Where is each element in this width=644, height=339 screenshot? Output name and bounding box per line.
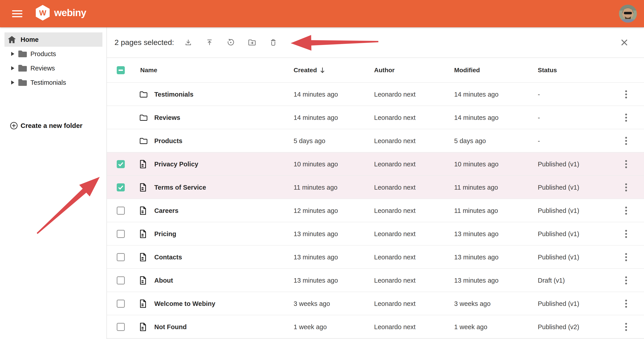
row-created: 13 minutes ago bbox=[294, 222, 338, 246]
check-icon bbox=[118, 162, 124, 166]
row-author: Leonardo next bbox=[374, 152, 416, 176]
row-checkbox[interactable] bbox=[117, 246, 128, 269]
restore-button[interactable] bbox=[226, 38, 235, 47]
check-icon bbox=[118, 185, 124, 190]
row-document-icon bbox=[140, 292, 152, 315]
close-icon bbox=[620, 38, 629, 47]
sidebar-item-label: Reviews bbox=[30, 64, 55, 72]
column-header-status[interactable]: Status bbox=[538, 58, 557, 82]
table-row[interactable]: Welcome to Webiny3 weeks agoLeonardo nex… bbox=[107, 292, 644, 315]
row-actions-menu-button[interactable] bbox=[621, 269, 632, 292]
download-button[interactable] bbox=[184, 38, 193, 47]
folder-icon bbox=[18, 50, 27, 58]
hamburger-menu-icon[interactable] bbox=[12, 8, 23, 19]
row-checkbox[interactable] bbox=[117, 176, 128, 199]
table-row[interactable]: Pricing13 minutes agoLeonardo next13 min… bbox=[107, 222, 644, 245]
column-header-name[interactable]: Name bbox=[140, 58, 157, 82]
row-author: Leonardo next bbox=[374, 199, 416, 222]
row-modified: 5 days ago bbox=[454, 129, 486, 152]
folder-icon bbox=[140, 91, 148, 98]
close-selection-button[interactable] bbox=[620, 38, 629, 47]
chevron-right-icon[interactable] bbox=[11, 80, 14, 84]
row-folder-icon bbox=[140, 83, 152, 106]
row-status: Published (v1) bbox=[538, 199, 579, 222]
download-icon bbox=[184, 38, 193, 47]
table-row[interactable]: Careers12 minutes agoLeonardo next11 min… bbox=[107, 198, 644, 222]
row-document-icon bbox=[140, 199, 152, 222]
row-modified: 10 minutes ago bbox=[454, 152, 498, 176]
table-row[interactable]: Terms of Service11 minutes agoLeonardo n… bbox=[107, 175, 644, 198]
row-author: Leonardo next bbox=[374, 176, 416, 199]
row-actions-menu-button[interactable] bbox=[621, 199, 632, 222]
user-avatar[interactable] bbox=[619, 5, 637, 22]
table-row[interactable]: Contacts13 minutes agoLeonardo next13 mi… bbox=[107, 245, 644, 268]
row-checkbox bbox=[117, 106, 128, 129]
table-header-row: Name Created Author Modified Status bbox=[107, 58, 644, 82]
column-header-created[interactable]: Created bbox=[294, 58, 325, 82]
row-author: Leonardo next bbox=[374, 246, 416, 269]
row-author: Leonardo next bbox=[374, 83, 416, 106]
top-app-bar: W webiny bbox=[0, 0, 644, 27]
row-actions-menu-button[interactable] bbox=[621, 106, 632, 129]
document-icon bbox=[140, 253, 146, 262]
chevron-right-icon[interactable] bbox=[11, 66, 14, 70]
move-to-folder-button[interactable] bbox=[248, 38, 256, 47]
table-row[interactable]: Testimonials14 minutes agoLeonardo next1… bbox=[107, 82, 644, 106]
sidebar-item-label: Testimonials bbox=[30, 79, 66, 86]
row-name: Terms of Service bbox=[154, 176, 206, 199]
sidebar-item-reviews[interactable]: Reviews bbox=[0, 61, 107, 75]
sidebar-item-testimonials[interactable]: Testimonials bbox=[0, 75, 107, 90]
kebab-menu-icon bbox=[625, 276, 627, 284]
row-actions-menu-button[interactable] bbox=[621, 176, 632, 199]
row-modified: 13 minutes ago bbox=[454, 269, 498, 292]
row-actions-menu-button[interactable] bbox=[621, 246, 632, 269]
row-actions-menu-button[interactable] bbox=[621, 315, 632, 338]
table-row[interactable]: Privacy Policy10 minutes agoLeonardo nex… bbox=[107, 152, 644, 175]
row-status: - bbox=[538, 106, 540, 129]
column-header-author[interactable]: Author bbox=[374, 58, 395, 82]
create-new-folder-button[interactable]: Create a new folder bbox=[10, 118, 82, 133]
row-status: Published (v2) bbox=[538, 315, 579, 338]
row-actions-menu-button[interactable] bbox=[621, 152, 632, 176]
delete-button[interactable] bbox=[269, 38, 278, 47]
row-name: Not Found bbox=[154, 315, 187, 338]
row-status: Published (v1) bbox=[538, 222, 579, 246]
row-checkbox[interactable] bbox=[117, 292, 128, 315]
chevron-right-icon[interactable] bbox=[11, 52, 14, 56]
row-name: Careers bbox=[154, 199, 178, 222]
kebab-menu-icon bbox=[625, 300, 627, 308]
table-row[interactable]: Products5 days agoLeonardo next5 days ag… bbox=[107, 129, 644, 152]
row-actions-menu-button[interactable] bbox=[621, 129, 632, 152]
sidebar-item-products[interactable]: Products bbox=[0, 47, 107, 61]
row-status: - bbox=[538, 129, 540, 152]
row-created: 13 minutes ago bbox=[294, 246, 338, 269]
row-document-icon bbox=[140, 152, 152, 176]
document-icon bbox=[140, 206, 146, 215]
row-created: 13 minutes ago bbox=[294, 269, 338, 292]
table-row[interactable]: About13 minutes agoLeonardo next13 minut… bbox=[107, 268, 644, 292]
publish-button[interactable] bbox=[205, 38, 214, 47]
row-author: Leonardo next bbox=[374, 269, 416, 292]
row-status: Published (v1) bbox=[538, 176, 579, 199]
row-checkbox[interactable] bbox=[117, 222, 128, 246]
row-actions-menu-button[interactable] bbox=[621, 222, 632, 246]
row-created: 11 minutes ago bbox=[294, 176, 338, 199]
table-row[interactable]: Not Found1 week agoLeonardo next1 week a… bbox=[107, 315, 644, 338]
row-checkbox[interactable] bbox=[117, 315, 128, 338]
row-created: 3 weeks ago bbox=[294, 292, 330, 315]
row-author: Leonardo next bbox=[374, 222, 416, 246]
row-modified: 14 minutes ago bbox=[454, 106, 498, 129]
table-row[interactable]: Reviews14 minutes agoLeonardo next14 min… bbox=[107, 106, 644, 129]
row-actions-menu-button[interactable] bbox=[621, 83, 632, 106]
row-actions-menu-button[interactable] bbox=[621, 292, 632, 315]
brand-wordmark: webiny bbox=[54, 7, 86, 18]
sidebar-item-label: Home bbox=[20, 36, 39, 44]
folder-icon bbox=[140, 138, 148, 144]
document-icon bbox=[140, 323, 146, 331]
select-all-checkbox[interactable] bbox=[117, 58, 128, 82]
row-checkbox[interactable] bbox=[117, 269, 128, 292]
row-checkbox[interactable] bbox=[117, 152, 128, 176]
sidebar-item-home[interactable]: Home bbox=[4, 32, 102, 47]
row-checkbox[interactable] bbox=[117, 199, 128, 222]
column-header-modified[interactable]: Modified bbox=[454, 58, 480, 82]
